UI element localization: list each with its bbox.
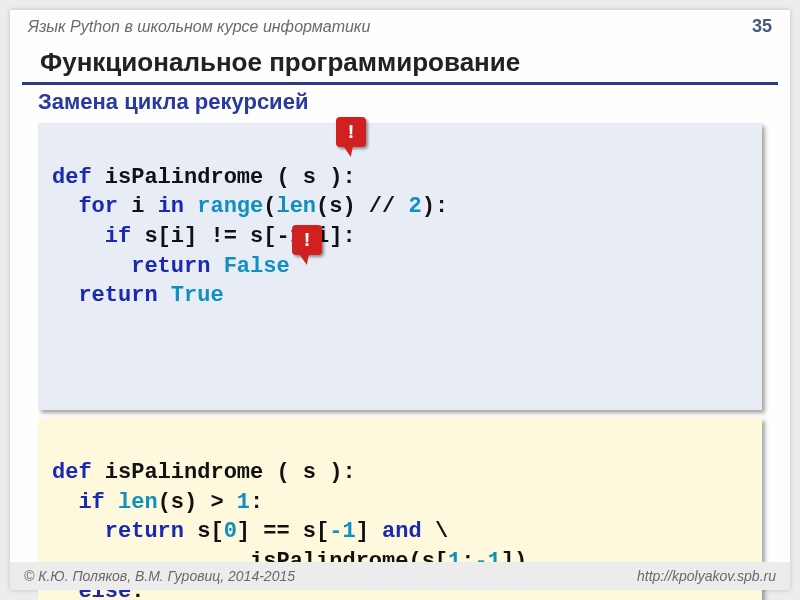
page-title: Функциональное программирование [22,39,778,85]
attention-icon: ! [336,117,366,147]
page-number: 35 [752,16,772,37]
attention-icon: ! [292,225,322,255]
section-subtitle: Замена цикла рекурсией [10,89,790,121]
header: Язык Python в школьном курсе информатики… [10,10,790,39]
code-line: def [52,165,92,190]
footer-url: http://kpolyakov.spb.ru [637,568,776,584]
code-iterative: def isPalindrome ( s ): for i in range(l… [38,123,762,410]
slide: Язык Python в школьном курсе информатики… [10,10,790,590]
footer: © К.Ю. Поляков, В.М. Гуровиц, 2014-2015 … [10,562,790,590]
copyright: © К.Ю. Поляков, В.М. Гуровиц, 2014-2015 [24,568,295,584]
course-name: Язык Python в школьном курсе информатики [28,18,370,36]
